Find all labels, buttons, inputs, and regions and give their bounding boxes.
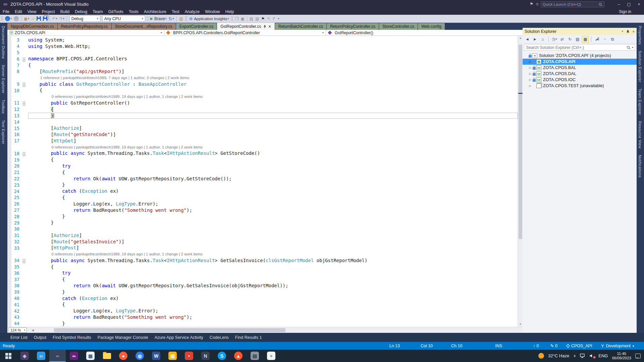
panel-tab-package-manager-console[interactable]: Package Manager Console [98,335,148,340]
action-center-icon[interactable] [635,354,641,358]
vertical-scrollbar-thumb[interactable] [519,45,522,239]
network-icon[interactable] [580,354,585,358]
unpushed-commits-indicator[interactable]: ↑0 [533,344,539,348]
switch-views-icon[interactable]: ⧉ [609,36,616,43]
save-all-button[interactable] [42,15,48,22]
expand-arrow-icon[interactable]: ▷ [528,66,533,69]
panel-tab-find-symbol-results[interactable]: Find Symbol Results [53,335,91,340]
tool-window-tab-toolbox[interactable]: Toolbox [0,97,7,117]
window-position-icon[interactable]: ▾ [622,30,623,33]
close-button[interactable]: × [634,0,644,9]
skype-icon[interactable]: S [214,350,230,362]
fold-collapse-icon[interactable]: – [23,56,28,62]
editor-tab[interactable]: ExportController.cs [176,23,217,30]
editor-tab[interactable]: ReturnPolicyRepository.cs [58,23,111,30]
next-bookmark-icon[interactable]: ↱ [271,15,276,22]
navigate-backward-button[interactable]: ←▾ [4,15,12,22]
collapse-all-icon[interactable]: ▤ [574,36,581,43]
panel-tab-error-list[interactable]: Error List [10,335,28,340]
feedback-icon[interactable]: ⚑ [530,2,533,6]
start-button[interactable] [0,350,16,362]
taskbar-app-icon[interactable]: ◆ [16,350,33,362]
brave-icon[interactable]: ▲ [230,350,247,362]
show-all-files-icon[interactable]: ▦ [582,36,589,43]
previous-bookmark-icon[interactable]: ↰ [266,15,271,22]
scroll-up-arrow[interactable]: ▲ [518,36,523,41]
menu-item-test[interactable]: Test [169,9,182,15]
menu-item-help[interactable]: Help [223,9,237,15]
expand-arrow-icon[interactable]: ▷ [528,72,533,75]
breadcrumb-project-dropdown[interactable]: ⊕ ZOTA.CPOS.API▾ [7,30,164,36]
pending-changes-filter-icon[interactable]: ◷▾ [551,36,558,43]
fold-collapse-icon[interactable]: – [23,81,28,87]
scroll-down-arrow[interactable]: ▼ [518,322,523,327]
undo-button[interactable]: ↶▾ [52,15,58,22]
tool-window-tab-server-explorer[interactable]: Server Explorer [0,62,7,97]
solution-tree-item[interactable]: ▷C#ZOTA.CPOS.BAL [523,65,637,71]
layout-window-icon[interactable]: ▣ [240,15,245,22]
status-line[interactable]: Ln 13 [389,344,400,348]
solution-configuration-dropdown[interactable]: Debug▾ [69,15,100,22]
attach-window-icon[interactable]: ❒ [234,15,239,22]
vscode-icon[interactable]: ‹› [33,350,49,362]
fold-collapse-icon[interactable]: – [23,100,28,106]
menu-item-view[interactable]: View [25,9,39,15]
horizontal-scrollbar-thumb[interactable] [54,328,285,332]
panel-tab-codelens[interactable]: CodeLens [210,335,229,340]
breadcrumb-type-dropdown[interactable]: BPPI.CPOS.API.Controllers.GstReportContr… [164,30,326,36]
repository-indicator[interactable]: CPOS_API [566,344,592,348]
file-explorer-icon[interactable] [99,350,115,362]
refresh-button[interactable]: ↻▾ [168,15,175,22]
codelens-annotation[interactable]: 0 references | pankajethicsinfotech1989,… [7,251,518,257]
codelens-annotation[interactable]: 0 references | pankajethicsinfotech1989,… [7,94,518,100]
solution-tree-item[interactable]: ▷C#ZOTA.CPOS.IOC [523,77,637,83]
code-area[interactable]: 3using System;4using System.Web.Http;56–… [7,36,523,327]
toolbar-grip[interactable] [185,16,187,21]
hidden-icons-chevron[interactable]: ∧ [573,354,576,358]
vertical-scrollbar[interactable]: ▲ ▼ [518,36,523,327]
word-icon[interactable]: W [148,350,164,362]
pin-tab-icon[interactable] [263,25,266,28]
menu-item-build[interactable]: Build [57,9,72,15]
redo-button[interactable]: ↷▾ [59,15,65,22]
tool-window-tab-resource-view[interactable]: Resource View [637,118,643,152]
menu-item-window[interactable]: Window [202,9,222,15]
solution-tree-item[interactable]: ▷C#ZOTA.CPOS.DAL [523,71,637,77]
sign-in-link[interactable]: Sign in [619,9,631,15]
solution-tree-item[interactable]: ∞Solution 'ZOTA.CPOS.API' (4 projects) [523,53,637,59]
browser-icon[interactable]: ● [115,350,131,362]
panel-tab-azure-app-service-activity[interactable]: Azure App Service Activity [155,335,203,340]
photos-icon[interactable]: ▤ [164,350,181,362]
zoom-level-dropdown[interactable]: 124 %▾ [9,327,27,333]
editor-tab[interactable]: StoreDocument...sRepository.cs [112,23,176,30]
quick-launch-input[interactable]: Quick Launch (Ctrl+Q) [541,1,604,7]
red-app-icon[interactable]: • [181,350,197,362]
package-icon[interactable]: ▥ [178,15,183,22]
tool-window-tab-notifications[interactable]: Notifications [637,152,643,181]
maximize-button[interactable]: ▢ [624,0,634,9]
clock[interactable]: 11:4506/09/2023 [612,352,631,360]
dark-app-icon[interactable]: N [197,350,214,362]
pin-icon[interactable] [626,30,630,33]
codelens-annotation[interactable]: 1 reference | pankajethicsinfotech1989, … [7,75,518,81]
editor-tab-active[interactable]: GstReportController.cs✕ [217,23,275,30]
new-project-button[interactable]: ▣▾ [23,15,30,22]
expand-arrow-icon[interactable]: ▷ [528,84,533,87]
editor-tab[interactable]: Web.config [418,23,445,30]
sync-with-active-document-icon[interactable]: ⇄ [559,36,566,43]
weather-text[interactable]: 32°C Haze [548,353,569,358]
refresh-icon[interactable]: ↻ [567,36,573,43]
solution-platform-dropdown[interactable]: Any CPU▾ [102,15,145,22]
menu-item-tools[interactable]: Tools [126,9,141,15]
editor-tab[interactable]: ReturnBatchController.cs [275,23,326,30]
open-file-button[interactable]: ▱ [31,15,35,22]
user-icon[interactable]: ☺ [535,2,539,6]
visual-studio-installer-icon[interactable]: ∞ [66,350,82,362]
solution-search-input[interactable]: Search Solution Explorer (Ctrl+;) ▾ [524,44,635,51]
toolbar-grip[interactable] [1,16,3,21]
fold-collapse-icon[interactable]: – [23,257,28,263]
menu-item-file[interactable]: File [0,9,12,15]
expand-arrow-icon[interactable]: ▷ [528,60,533,63]
office-app-icon[interactable]: ▦ [82,350,99,362]
status-column[interactable]: Col 10 [421,344,433,348]
